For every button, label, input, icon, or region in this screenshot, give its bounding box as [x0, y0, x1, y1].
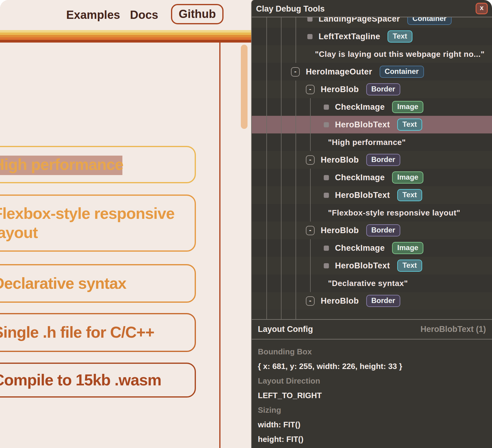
leaf-bullet-icon — [324, 105, 329, 110]
element-type-badge: Border — [366, 224, 401, 236]
page-vertical-divider — [219, 43, 220, 448]
feature-blob: Single .h file for C/C++ — [0, 313, 196, 352]
element-name: HeroBlob — [321, 296, 359, 306]
indent-guide — [310, 239, 311, 292]
tree-quote-row[interactable]: "High performance" — [252, 133, 492, 151]
tree-node-row[interactable]: LeftTextTaglineText — [252, 28, 492, 45]
element-type-badge: Border — [366, 154, 401, 166]
element-type-badge: Text — [397, 189, 422, 201]
nav-link-docs[interactable]: Docs — [130, 9, 158, 22]
element-name: LeftTextTagline — [319, 32, 380, 41]
indent-guide — [296, 81, 296, 320]
element-name: LandingPageSpacer — [319, 17, 400, 24]
tree-node-row[interactable]: -HeroBlobBorder — [252, 292, 492, 310]
element-text-preview: "High performance" — [328, 138, 406, 147]
element-type-badge: Text — [397, 119, 422, 131]
element-text-preview: "Clay is laying out this webpage right n… — [315, 50, 485, 59]
element-name: HeroBlob — [321, 155, 359, 165]
config-label-sizing: Sizing — [258, 405, 281, 415]
element-type-badge: Border — [366, 295, 401, 307]
indent-guide — [310, 169, 311, 222]
leaf-bullet-icon — [324, 263, 329, 268]
config-value-layout-direction: LEFT_TO_RIGHT — [258, 391, 322, 400]
tree-node-row[interactable]: -HeroBlobBorder — [252, 222, 492, 239]
config-value-sizing-height: height: FIT() — [258, 435, 303, 444]
element-type-badge: Container — [407, 17, 452, 25]
indent-guide — [266, 17, 267, 320]
element-name: HeroBlob — [321, 226, 359, 235]
tree-node-row[interactable]: CheckImageImage — [252, 98, 492, 116]
stripe — [0, 35, 251, 37]
close-button[interactable]: x — [476, 3, 488, 14]
element-name: CheckImage — [335, 243, 385, 253]
leaf-bullet-icon — [324, 246, 329, 251]
tree-node-row[interactable]: HeroBlobTextText — [252, 257, 492, 274]
tree-quote-row[interactable]: "Declarative syntax" — [252, 274, 492, 292]
element-type-badge: Text — [397, 260, 422, 272]
indent-guide — [310, 98, 311, 151]
element-name: CheckImage — [335, 102, 385, 112]
layout-config-title: Layout Config — [258, 325, 313, 334]
element-name: CheckImage — [335, 173, 385, 182]
tree-node-row[interactable]: -HeroBlobBorder — [252, 151, 492, 169]
debug-panel-title: Clay Debug Tools — [256, 4, 325, 14]
config-label-layout-direction: Layout Direction — [258, 376, 320, 386]
stripe — [0, 40, 251, 43]
tree-quote-row[interactable]: "Flexbox-style responsive layout" — [252, 204, 492, 222]
tree-node-row[interactable]: HeroBlobTextText — [252, 186, 492, 204]
element-type-badge: Border — [366, 83, 401, 95]
tree-node-row[interactable]: HeroBlobTextText — [252, 116, 492, 133]
feature-blob-text: Declarative syntax — [0, 274, 126, 293]
nav-link-examples[interactable]: Examples — [66, 9, 120, 22]
feature-blob-text: Compile to 15kb .wasm — [0, 370, 161, 390]
element-name: HeroBlobText — [335, 120, 390, 129]
clay-debug-panel: Clay Debug Tools x LandingPageSpacerCont… — [251, 0, 492, 448]
element-text-preview: "Declarative syntax" — [328, 279, 408, 288]
leaf-bullet-icon — [324, 122, 329, 127]
tree-rows: LandingPageSpacerContainerLeftTextTaglin… — [252, 17, 492, 310]
github-button[interactable]: Github — [171, 4, 224, 24]
debug-panel-header: Clay Debug Tools x — [252, 0, 492, 17]
config-value-bounding-box: { x: 681, y: 255, width: 226, height: 33… — [258, 362, 402, 371]
leaf-bullet-icon — [324, 193, 329, 198]
stripe — [0, 37, 251, 40]
element-type-badge: Image — [392, 171, 423, 184]
element-type-badge: Text — [388, 30, 412, 43]
leaf-bullet-icon — [307, 17, 313, 22]
stripe — [0, 33, 251, 35]
element-name: HeroBlobText — [335, 191, 390, 200]
collapse-button[interactable]: - — [306, 226, 315, 235]
indent-guide — [296, 17, 296, 63]
config-label-bounding-box: Bounding Box — [258, 347, 312, 357]
tree-node-row[interactable]: -HeroImageOuterContainer — [252, 63, 492, 81]
collapse-button[interactable]: - — [306, 296, 315, 306]
layout-config-body: Bounding Box { x: 681, y: 255, width: 22… — [252, 339, 492, 446]
element-type-badge: Container — [380, 66, 424, 78]
indent-guide — [281, 17, 282, 320]
tree-node-row[interactable]: CheckImageImage — [252, 239, 492, 257]
feature-blob: Declarative syntax — [0, 264, 196, 303]
element-name: HeroImageOuter — [306, 67, 372, 77]
tree-node-row[interactable]: LandingPageSpacerContainer — [252, 17, 492, 28]
config-value-sizing-width: width: FIT() — [258, 420, 300, 429]
element-name: HeroBlob — [321, 85, 359, 94]
layout-config-header: Layout Config HeroBlobText (1) — [252, 320, 492, 339]
element-tree: LandingPageSpacerContainerLeftTextTaglin… — [252, 17, 492, 320]
page-scrollbar-thumb[interactable] — [241, 45, 248, 129]
tree-node-row[interactable]: -HeroBlobBorder — [252, 81, 492, 98]
stripe — [0, 30, 251, 33]
feature-blob-text: Single .h file for C/C++ — [0, 323, 154, 342]
element-name: HeroBlobText — [335, 261, 390, 271]
feature-blob-text: High performance — [0, 155, 123, 174]
collapse-button[interactable]: - — [291, 67, 300, 77]
collapse-button[interactable]: - — [306, 85, 315, 94]
leaf-bullet-icon — [307, 34, 313, 39]
feature-blob: Compile to 15kb .wasm — [0, 363, 196, 398]
tree-quote-row[interactable]: "Clay is laying out this webpage right n… — [252, 45, 492, 63]
feature-blob: High performance — [0, 146, 196, 183]
element-text-preview: "Flexbox-style responsive layout" — [328, 208, 460, 218]
tree-node-row[interactable]: CheckImageImage — [252, 169, 492, 186]
feature-blob: Flexbox-style responsive layout — [0, 195, 196, 252]
collapse-button[interactable]: - — [306, 155, 315, 165]
feature-blob-text: Flexbox-style responsive layout — [0, 204, 179, 243]
